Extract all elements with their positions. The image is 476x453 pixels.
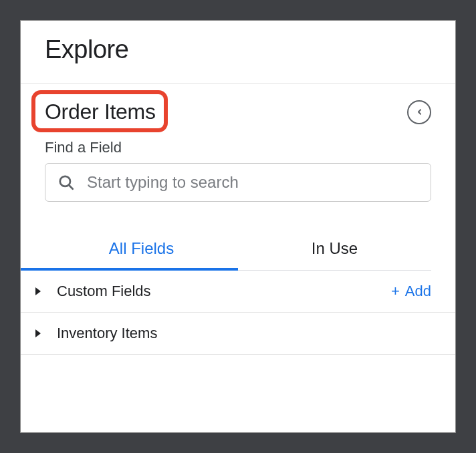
plus-icon: + bbox=[391, 284, 400, 299]
section-title: Order Items bbox=[45, 100, 156, 124]
section-title-wrap: Order Items bbox=[45, 100, 156, 124]
explore-panel: Explore Order Items Find a Field bbox=[20, 20, 456, 433]
svg-line-1 bbox=[69, 185, 73, 189]
section-header: Order Items bbox=[45, 100, 431, 124]
add-custom-field-button[interactable]: + Add bbox=[391, 283, 431, 300]
expand-icon[interactable] bbox=[35, 329, 41, 337]
chevron-left-icon bbox=[415, 108, 424, 116]
tab-in-use[interactable]: In Use bbox=[238, 230, 431, 270]
field-row-inventory-items[interactable]: Inventory Items bbox=[21, 313, 455, 355]
search-box[interactable] bbox=[45, 163, 431, 202]
expand-icon[interactable] bbox=[35, 287, 41, 295]
search-label: Find a Field bbox=[45, 139, 431, 156]
search-icon bbox=[57, 174, 75, 191]
collapse-button[interactable] bbox=[407, 100, 431, 124]
search-input[interactable] bbox=[87, 173, 419, 192]
field-row-custom-fields[interactable]: Custom Fields + Add bbox=[21, 271, 455, 313]
field-list: Custom Fields + Add Inventory Items bbox=[21, 271, 455, 355]
add-label: Add bbox=[405, 283, 431, 300]
section-body: Order Items Find a Field All Fields In U… bbox=[21, 84, 455, 271]
tabs: All Fields In Use bbox=[45, 230, 431, 271]
tab-all-fields[interactable]: All Fields bbox=[45, 230, 238, 270]
panel-header: Explore bbox=[21, 21, 455, 84]
field-label: Inventory Items bbox=[57, 325, 431, 342]
field-label: Custom Fields bbox=[57, 283, 391, 300]
page-title: Explore bbox=[45, 35, 431, 64]
